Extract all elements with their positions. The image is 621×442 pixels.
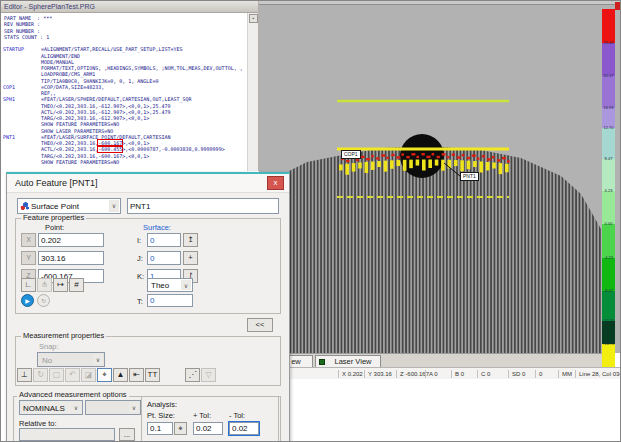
plus-tol-input[interactable]: [193, 422, 223, 435]
analysis-label: Analysis:: [147, 400, 177, 409]
filter-icon[interactable]: ▽: [201, 368, 216, 382]
dialog-title[interactable]: Auto Feature [PNT1]: [7, 174, 289, 193]
undo-icon[interactable]: ↶: [65, 368, 80, 382]
rotate-icon[interactable]: ↻: [33, 368, 48, 382]
status-field: 0: [535, 370, 542, 378]
color-scale-tick-label: -4.23: [602, 256, 615, 260]
color-scale-tick-label: 12.70: [602, 126, 615, 130]
snap-value: No: [42, 354, 92, 367]
t-label: T:: [137, 297, 143, 306]
view-tab-bar: ew Laser View: [259, 353, 602, 367]
axes-icon[interactable]: ∟: [21, 278, 36, 292]
y-coordinate-input[interactable]: [38, 251, 104, 265]
color-scale-tick-label: 21.17: [602, 74, 615, 78]
crosshair-move-icon[interactable]: +: [183, 251, 198, 265]
pt-size-input[interactable]: [147, 422, 173, 435]
snap-label: Snap:: [39, 342, 59, 351]
surface-point-icon: [20, 202, 29, 210]
nominals-value: NOMINALS: [23, 402, 70, 415]
theo-value: Theo: [151, 280, 180, 292]
code-line[interactable]: SHOW FEATURE PARAMETERS=NO: [3, 159, 246, 165]
color-scale-segment: [602, 76, 615, 108]
nominals-select[interactable]: NOMINALS ∨: [19, 400, 83, 415]
minus-tol-label: - Tol:: [229, 411, 245, 420]
program-code-area[interactable]: PART NAME : ***REV NUMBER :SER NUMBER :S…: [3, 15, 246, 171]
copy-region-icon[interactable]: ▢: [49, 368, 64, 382]
editor-scrollbar[interactable]: ▪: [247, 13, 258, 171]
status-bar: X 0.202Y 303.16Z -600.167A 0B 0C 0SD 00M…: [259, 367, 621, 379]
plus-tol-label: + Tol:: [193, 411, 211, 420]
color-scale-tick-label: -16.93: [602, 342, 615, 346]
axis-toggle-y[interactable]: Y: [21, 251, 36, 265]
find-icon[interactable]: ⋔: [37, 278, 52, 292]
color-scale-tick-label: 4.23: [602, 189, 615, 193]
color-scale-tick-label: -8.47: [602, 289, 615, 293]
status-field: Y 303.16: [364, 370, 392, 378]
close-icon[interactable]: x: [267, 176, 284, 190]
i-vector-input[interactable]: [147, 233, 181, 247]
color-scale-segment: [602, 224, 615, 258]
chevron-down-icon[interactable]: ∨: [181, 280, 191, 290]
feature-type-select[interactable]: Surface Point ∨: [17, 198, 121, 214]
color-scale-segment: [602, 128, 615, 159]
j-vector-input[interactable]: [147, 251, 181, 265]
x-coordinate-input[interactable]: [38, 233, 104, 247]
point-distance-icon[interactable]: ↦: [53, 278, 68, 292]
i-label: I:: [137, 236, 141, 245]
status-field: Line 28, Col 034: [575, 370, 621, 378]
measurement-properties-label: Measurement properties: [21, 332, 106, 340]
status-field: MM: [558, 370, 572, 378]
measure-now-button[interactable]: ▶: [21, 294, 34, 307]
offset-icon[interactable]: ⇤: [129, 368, 144, 382]
cop1-feature-label[interactable]: COP1: [341, 150, 361, 159]
chevron-down-icon: ∨: [93, 354, 103, 365]
export-icon[interactable]: ◪: [81, 368, 96, 382]
retest-button[interactable]: ↻: [37, 294, 50, 307]
collapse-dialog-button[interactable]: <<: [247, 318, 273, 332]
pt-size-pick-icon[interactable]: ⌖: [174, 422, 187, 435]
color-scale-segment: [602, 291, 615, 321]
color-scale-tick-label: 25.40: [602, 41, 615, 45]
browse-button[interactable]: ...: [119, 428, 135, 441]
status-field: SD 0: [508, 370, 525, 378]
feature-type-value: Surface Point: [31, 200, 108, 213]
point-cloud-canvas[interactable]: [259, 4, 621, 353]
color-scale-tick-label: 8.47: [602, 157, 615, 161]
color-scale-tick-label: -12.70: [602, 319, 615, 323]
advanced-options-label: Advanced measurement options: [17, 391, 129, 399]
minus-tol-input[interactable]: [229, 422, 259, 435]
t-input[interactable]: [147, 294, 193, 307]
level-icon[interactable]: ▲: [113, 368, 128, 382]
color-scale-segment: [602, 258, 615, 291]
deviation-color-scale: 25.4021.1716.9312.708.474.230.00-4.23-8.…: [602, 9, 615, 376]
pnt1-feature-label[interactable]: PNT1: [460, 172, 479, 181]
grid-icon[interactable]: #: [69, 278, 84, 292]
color-scale-segment: [602, 191, 615, 224]
snap-select[interactable]: No ∨: [37, 352, 105, 367]
axis-toggle-x[interactable]: X: [21, 233, 36, 247]
laser-graphics-view[interactable]: COP1 PNT1: [259, 1, 621, 353]
color-scale-tick-label: 16.93: [602, 106, 615, 110]
surface-normal-icon[interactable]: ↥: [183, 233, 198, 247]
k-label: K:: [137, 272, 144, 281]
chevron-down-icon[interactable]: ∨: [71, 402, 81, 413]
application-window: Editor - SpherePlanTest.PRG ▪ PART NAME …: [0, 0, 621, 442]
scrollbar-up-icon[interactable]: ▪: [249, 14, 258, 23]
nominals-mode-select[interactable]: ∨: [85, 400, 141, 415]
point-path-icon[interactable]: ⋰: [185, 368, 200, 382]
scale-top-marker: [615, 2, 621, 10]
columns-icon[interactable]: ΤΤ: [145, 368, 160, 382]
measurement-toolbar: ⊥↻▢↶◪⌖▲⇤ΤΤ⋰▽: [17, 368, 217, 386]
feature-name-input[interactable]: [127, 198, 279, 214]
color-scale-segment: [602, 9, 615, 43]
pt-size-label: Pt. Size:: [147, 411, 175, 420]
auto-feature-dialog: Auto Feature [PNT1] x Surface Point ∨ Fe…: [6, 172, 290, 442]
edit-window-titlebar[interactable]: Editor - SpherePlanTest.PRG: [1, 1, 258, 13]
probe-touch-icon[interactable]: ⊥: [17, 368, 32, 382]
status-field: C 0: [477, 370, 490, 378]
chevron-down-icon[interactable]: ∨: [109, 200, 119, 212]
theo-select[interactable]: Theo ∨: [147, 278, 193, 292]
target-icon[interactable]: ⌖: [97, 368, 112, 382]
laser-view-icon: [319, 359, 325, 365]
relative-to-input[interactable]: [19, 428, 115, 441]
